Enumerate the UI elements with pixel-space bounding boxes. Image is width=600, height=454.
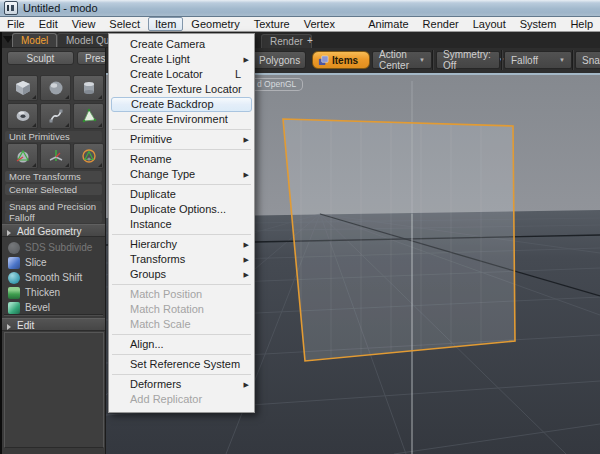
falloff-dropdown[interactable]: Falloff ▼ <box>504 51 572 69</box>
unit-primitive-button-1[interactable] <box>7 143 38 169</box>
menubar-item-help[interactable]: Help <box>563 17 600 31</box>
menubar-item-render[interactable]: Render <box>416 17 466 31</box>
more-transforms-label[interactable]: More Transforms <box>5 171 102 182</box>
toolbar-divider <box>572 50 574 70</box>
items-label: Items <box>332 55 358 66</box>
menubar-item-animate[interactable]: Animate <box>361 17 415 31</box>
sphere-tool-button[interactable] <box>40 75 71 101</box>
smooth-shift-label: Smooth Shift <box>25 272 82 283</box>
add-geometry-header[interactable]: Add Geometry <box>2 224 105 237</box>
curve-icon <box>47 108 65 124</box>
menubar-item-item[interactable]: Item <box>148 17 183 31</box>
menubar-item-edit[interactable]: Edit <box>32 17 65 31</box>
menu-item-align[interactable]: Align... <box>109 337 254 352</box>
edit-header[interactable]: Edit <box>2 318 105 331</box>
bevel-label: Bevel <box>25 302 50 313</box>
menu-item-primitive[interactable]: Primitive▶ <box>109 132 254 147</box>
tool-slice[interactable]: Slice <box>2 255 105 270</box>
unit-primitives-label: Unit Primitives <box>5 131 102 142</box>
window-title: Untitled - modo <box>23 2 98 14</box>
snapping-label: Snapping <box>582 55 600 66</box>
menu-separator <box>112 374 251 375</box>
menu-item-match-rotation: Match Rotation <box>109 302 254 317</box>
menu-item-match-scale: Match Scale <box>109 317 254 332</box>
menu-item-duplicate[interactable]: Duplicate <box>109 187 254 202</box>
menu-item-transforms[interactable]: Transforms▶ <box>109 252 254 267</box>
menubar-item-texture[interactable]: Texture <box>247 17 297 31</box>
snaps-and-precision-label[interactable]: Snaps and Precision <box>5 201 102 212</box>
menu-item-hierarchy[interactable]: Hierarchy▶ <box>109 237 254 252</box>
menubar-item-file[interactable]: File <box>0 17 32 31</box>
cylinder-tool-button[interactable] <box>73 75 104 101</box>
tool-bevel[interactable]: Bevel <box>2 300 105 315</box>
menu-item-instance[interactable]: Instance <box>109 217 254 232</box>
action-center-dropdown[interactable]: Action Center ▼ <box>372 51 432 69</box>
polygons-mode-button[interactable]: Polygons <box>250 51 306 69</box>
menu-item-change-type[interactable]: Change Type▶ <box>109 167 254 182</box>
cone-icon <box>80 108 98 124</box>
menubar-item-select[interactable]: Select <box>102 17 147 31</box>
menubar-item-vertex-map[interactable]: Vertex Map <box>297 17 362 31</box>
submenu-arrow-icon: ▶ <box>244 132 249 147</box>
backdrop-plane[interactable] <box>283 119 515 361</box>
unit-primitive-button-3[interactable] <box>73 143 104 169</box>
menu-item-duplicate-options[interactable]: Duplicate Options... <box>109 202 254 217</box>
snapping-dropdown[interactable]: Snapping <box>575 51 600 69</box>
cone-tool-button[interactable] <box>73 103 104 129</box>
sidebar-empty-panel <box>4 332 104 448</box>
menu-item-match-position: Match Position <box>109 287 254 302</box>
menu-item-create-environment[interactable]: Create Environment <box>109 112 254 127</box>
menu-item-groups[interactable]: Groups▶ <box>109 267 254 282</box>
sds-subdivide-label: SDS Subdivide <box>25 242 92 253</box>
curve-tool-button[interactable] <box>40 103 71 129</box>
submenu-arrow-icon: ▶ <box>244 252 249 267</box>
tab-model[interactable]: Model <box>12 33 57 47</box>
falloff-label: Falloff <box>511 55 538 66</box>
tool-sds-subdivide[interactable]: SDS Subdivide <box>2 240 105 255</box>
falloff-sidebar-label[interactable]: Falloff <box>5 212 102 223</box>
tool-sidebar: Sculpt Presets <box>2 48 106 454</box>
menu-item-create-light[interactable]: Create Light▶ <box>109 52 254 67</box>
title-bar[interactable]: Untitled - modo <box>0 0 600 17</box>
app-icon <box>4 1 18 15</box>
cube-tool-button[interactable] <box>7 75 38 101</box>
sphere-icon <box>47 80 65 96</box>
submenu-arrow-icon: ▶ <box>244 52 249 67</box>
bevel-icon <box>8 302 20 314</box>
action-center-label: Action Center <box>379 49 411 71</box>
menubar-item-system[interactable]: System <box>513 17 564 31</box>
tool-thicken[interactable]: Thicken <box>2 285 105 300</box>
menu-item-create-camera[interactable]: Create Camera <box>109 37 254 52</box>
tool-smooth-shift[interactable]: Smooth Shift <box>2 270 105 285</box>
submenu-arrow-icon: ▶ <box>244 267 249 282</box>
sculpt-button[interactable]: Sculpt <box>7 51 74 65</box>
torus-tool-button[interactable] <box>7 103 38 129</box>
menu-separator <box>112 354 251 355</box>
menu-item-create-backdrop[interactable]: Create Backdrop <box>111 97 252 112</box>
presets-button[interactable]: Presets <box>77 51 106 65</box>
menu-item-set-reference-system[interactable]: Set Reference System <box>109 357 254 372</box>
menu-separator <box>112 234 251 235</box>
menubar-item-view[interactable]: View <box>65 17 103 31</box>
cylinder-icon <box>80 80 98 96</box>
unit-primitive-button-2[interactable] <box>40 143 71 169</box>
menu-bar: File Edit View Select Item Geometry Text… <box>0 17 600 32</box>
items-mode-button[interactable]: Items <box>312 51 370 69</box>
menu-separator <box>112 149 251 150</box>
menu-item-create-locator[interactable]: Create LocatorL <box>109 67 254 82</box>
menu-item-deformers[interactable]: Deformers▶ <box>109 377 254 392</box>
menu-item-rename[interactable]: Rename <box>109 152 254 167</box>
add-tab-button[interactable]: + <box>303 34 317 47</box>
menu-separator <box>112 284 251 285</box>
menubar-item-geometry[interactable]: Geometry <box>184 17 246 31</box>
unit-circle-axis-icon <box>80 148 98 164</box>
menubar-item-layout[interactable]: Layout <box>466 17 513 31</box>
menu-separator <box>112 129 251 130</box>
smooth-shift-icon <box>8 272 20 284</box>
unit-sphere-axis-icon <box>14 148 32 164</box>
center-selected-label[interactable]: Center Selected <box>5 184 102 195</box>
viewport-mode-label[interactable]: d OpenGL <box>250 78 303 91</box>
menu-separator <box>112 184 251 185</box>
menu-item-create-texture-locator[interactable]: Create Texture Locator <box>109 82 254 97</box>
symmetry-dropdown[interactable]: Symmetry: Off ▼ <box>436 51 500 69</box>
